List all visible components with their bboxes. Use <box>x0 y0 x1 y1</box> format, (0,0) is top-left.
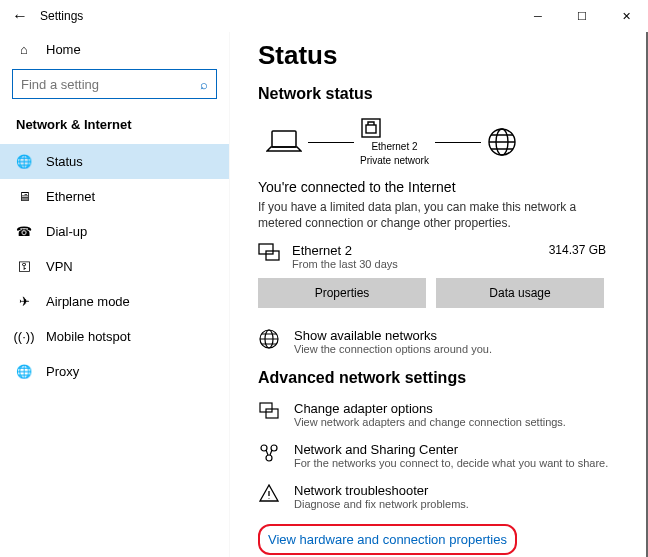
sidebar-home[interactable]: ⌂ Home <box>0 32 229 67</box>
opt-title: Network troubleshooter <box>294 483 469 498</box>
sidebar-item-label: Status <box>46 154 83 169</box>
ethernet-icon: 🖥 <box>16 189 32 204</box>
ethernet-port-icon <box>360 117 429 139</box>
sidebar-item-proxy[interactable]: 🌐 Proxy <box>0 354 229 389</box>
warning-icon <box>258 483 280 502</box>
home-icon: ⌂ <box>16 42 32 57</box>
link-hw-highlight: View hardware and connection properties <box>258 524 517 555</box>
connected-desc: If you have a limited data plan, you can… <box>258 199 598 231</box>
search-input[interactable] <box>21 77 200 92</box>
hotspot-icon: ((·)) <box>16 329 32 344</box>
sharing-icon <box>258 442 280 463</box>
sidebar-item-ethernet[interactable]: 🖥 Ethernet <box>0 179 229 214</box>
close-button[interactable]: ✕ <box>604 0 648 32</box>
troubleshooter[interactable]: Network troubleshooter Diagnose and fix … <box>258 483 620 510</box>
connected-title: You're connected to the Internet <box>258 179 620 195</box>
search-icon: ⌕ <box>200 77 208 92</box>
home-label: Home <box>46 42 81 57</box>
show-networks[interactable]: Show available networks View the connect… <box>258 328 620 355</box>
main-panel: Status Network status Ethernet 2 Private… <box>230 32 648 557</box>
sidebar: ⌂ Home ⌕ Network & Internet 🌐 Status 🖥 E… <box>0 32 230 557</box>
opt-sub: View network adapters and change connect… <box>294 416 566 428</box>
properties-button[interactable]: Properties <box>258 278 426 308</box>
sidebar-item-label: VPN <box>46 259 73 274</box>
minimize-button[interactable]: ─ <box>516 0 560 32</box>
opt-title: Show available networks <box>294 328 492 343</box>
data-usage-button[interactable]: Data usage <box>436 278 604 308</box>
airplane-icon: ✈ <box>16 294 32 309</box>
globe-icon <box>487 127 517 157</box>
connection-usage: 314.37 GB <box>549 243 606 257</box>
sidebar-item-dialup[interactable]: ☎ Dial-up <box>0 214 229 249</box>
sharing-center[interactable]: Network and Sharing Center For the netwo… <box>258 442 620 469</box>
maximize-button[interactable]: ☐ <box>560 0 604 32</box>
opt-title: Network and Sharing Center <box>294 442 608 457</box>
svg-rect-2 <box>366 125 376 133</box>
globe-icon <box>258 328 280 349</box>
sidebar-item-label: Ethernet <box>46 189 95 204</box>
link-hw-properties[interactable]: View hardware and connection properties <box>268 532 507 547</box>
sidebar-item-airplane[interactable]: ✈ Airplane mode <box>0 284 229 319</box>
network-diagram: Ethernet 2 Private network <box>258 117 620 167</box>
search-box[interactable]: ⌕ <box>12 69 217 99</box>
connection-sub: From the last 30 days <box>292 258 537 270</box>
sidebar-item-vpn[interactable]: ⚿ VPN <box>0 249 229 284</box>
sidebar-item-label: Proxy <box>46 364 79 379</box>
opt-sub: Diagnose and fix network problems. <box>294 498 469 510</box>
sidebar-item-label: Mobile hotspot <box>46 329 131 344</box>
sidebar-item-hotspot[interactable]: ((·)) Mobile hotspot <box>0 319 229 354</box>
titlebar: ← Settings ─ ☐ ✕ <box>0 0 648 32</box>
connection-summary: Ethernet 2 From the last 30 days 314.37 … <box>258 243 620 270</box>
laptop-icon <box>266 129 302 155</box>
vpn-icon: ⚿ <box>16 259 32 274</box>
sidebar-item-label: Airplane mode <box>46 294 130 309</box>
adapter-icon <box>258 401 280 420</box>
connection-icon <box>258 243 280 261</box>
network-status-heading: Network status <box>258 85 620 103</box>
advanced-heading: Advanced network settings <box>258 369 620 387</box>
svg-rect-0 <box>272 131 296 147</box>
opt-title: Change adapter options <box>294 401 566 416</box>
svg-point-13 <box>266 455 272 461</box>
window-title: Settings <box>40 9 83 23</box>
sidebar-item-status[interactable]: 🌐 Status <box>0 144 229 179</box>
proxy-icon: 🌐 <box>16 364 32 379</box>
page-title: Status <box>258 40 620 71</box>
opt-sub: View the connection options around you. <box>294 343 492 355</box>
diagram-conn-type: Private network <box>360 155 429 167</box>
connection-name: Ethernet 2 <box>292 243 537 258</box>
change-adapter[interactable]: Change adapter options View network adap… <box>258 401 620 428</box>
diagram-conn-name: Ethernet 2 <box>360 141 429 153</box>
sidebar-item-label: Dial-up <box>46 224 87 239</box>
status-icon: 🌐 <box>16 154 32 169</box>
dialup-icon: ☎ <box>16 224 32 239</box>
opt-sub: For the networks you connect to, decide … <box>294 457 608 469</box>
sidebar-heading: Network & Internet <box>0 113 229 144</box>
back-button[interactable]: ← <box>0 7 40 25</box>
